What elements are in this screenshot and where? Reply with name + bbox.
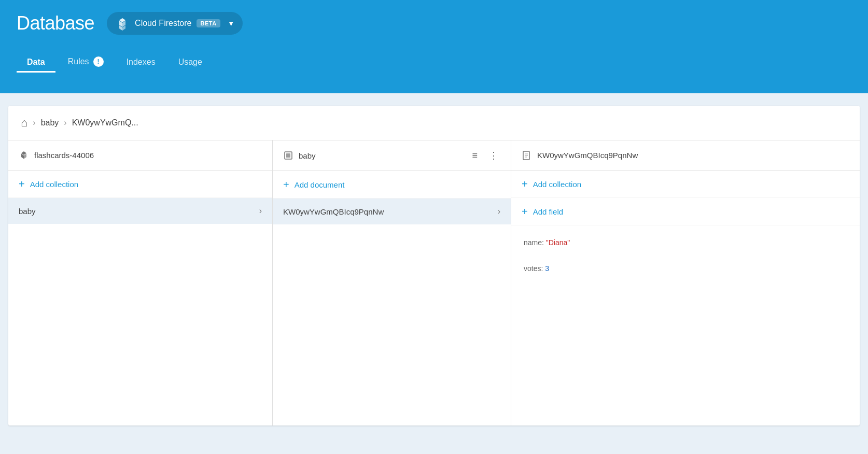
field-key-name: name:: [524, 238, 546, 247]
column-middle-header: baby ≡ ⋮: [273, 140, 511, 171]
add-collection-left[interactable]: + Add collection: [8, 171, 272, 198]
list-item-baby[interactable]: baby ›: [8, 198, 272, 224]
column-right-header: KW0ywYwGmQBIcq9PqnNw: [511, 140, 860, 171]
app-title: Database: [17, 12, 94, 34]
field-value-name: "Diana": [546, 238, 570, 247]
breadcrumb-doc[interactable]: KW0ywYwGmQ...: [72, 118, 138, 127]
column-right: KW0ywYwGmQBIcq9PqnNw + Add collection + …: [511, 140, 860, 425]
home-icon[interactable]: ⌂: [21, 116, 27, 130]
breadcrumb-sep-1: ›: [33, 118, 35, 127]
service-name: Cloud Firestore: [135, 19, 191, 28]
panel-container: ⌂ › baby › KW0ywYwGmQ... flashcards-4400…: [8, 106, 860, 425]
breadcrumb: ⌂ › baby › KW0ywYwGmQ...: [8, 106, 860, 140]
svg-rect-1: [286, 153, 290, 158]
left-col-title: flashcards-44006: [34, 151, 262, 160]
breadcrumb-sep-2: ›: [64, 118, 66, 127]
add-document-middle[interactable]: + Add document: [273, 171, 511, 198]
breadcrumb-baby[interactable]: baby: [41, 118, 59, 127]
dropdown-arrow-icon[interactable]: ▼: [228, 19, 235, 27]
tab-data[interactable]: Data: [17, 53, 55, 73]
col-actions-middle: ≡ ⋮: [470, 148, 500, 163]
column-middle: baby ≡ ⋮ + Add document KW0ywYwGmQBIcq9P…: [273, 140, 511, 425]
list-item-doc[interactable]: KW0ywYwGmQBIcq9PqnNw ›: [273, 198, 511, 224]
tab-rules[interactable]: Rules !: [58, 52, 114, 73]
add-collection-right[interactable]: + Add collection: [511, 171, 860, 198]
more-icon[interactable]: ⋮: [487, 148, 500, 163]
list-item-arrow-baby: ›: [259, 206, 262, 216]
main-content: ⌂ › baby › KW0ywYwGmQ... flashcards-4400…: [0, 93, 868, 454]
filter-icon[interactable]: ≡: [470, 148, 480, 163]
right-col-title: KW0ywYwGmQBIcq9PqnNw: [537, 151, 849, 160]
nav-tabs: Data Rules ! Indexes Usage: [17, 47, 851, 73]
beta-badge: BETA: [197, 19, 220, 27]
field-key-votes: votes:: [524, 264, 545, 273]
add-field-right[interactable]: + Add field: [511, 198, 860, 225]
service-selector[interactable]: Cloud Firestore BETA ▼: [107, 12, 243, 35]
columns: flashcards-44006 + Add collection baby ›: [8, 140, 860, 425]
header-top: Database Cloud Firestore BETA ▼: [17, 0, 851, 47]
tab-usage[interactable]: Usage: [168, 53, 213, 73]
firestore-small-icon: [19, 150, 29, 161]
list-item-arrow-doc: ›: [498, 207, 500, 216]
tab-indexes[interactable]: Indexes: [116, 53, 166, 73]
column-left-header: flashcards-44006: [8, 140, 272, 171]
field-section: name: "Diana" votes: 3: [511, 225, 860, 286]
firestore-icon: [115, 16, 130, 31]
middle-col-title: baby: [299, 151, 465, 160]
column-left: flashcards-44006 + Add collection baby ›: [8, 140, 273, 425]
plus-icon-left: +: [19, 179, 25, 189]
plus-icon-right-collection: +: [522, 179, 528, 189]
header: Database Cloud Firestore BETA ▼ Data Rul…: [0, 0, 868, 93]
list-item-label-doc: KW0ywYwGmQBIcq9PqnNw: [283, 207, 498, 216]
field-row-votes: votes: 3: [511, 256, 860, 281]
list-item-label-baby: baby: [19, 207, 259, 216]
collection-icon: [283, 150, 293, 161]
field-row-name: name: "Diana": [511, 230, 860, 256]
warning-icon: !: [93, 56, 104, 67]
document-icon: [522, 150, 532, 161]
plus-icon-middle: +: [283, 179, 289, 190]
field-value-votes: 3: [545, 264, 549, 273]
plus-icon-right-field: +: [522, 206, 528, 217]
